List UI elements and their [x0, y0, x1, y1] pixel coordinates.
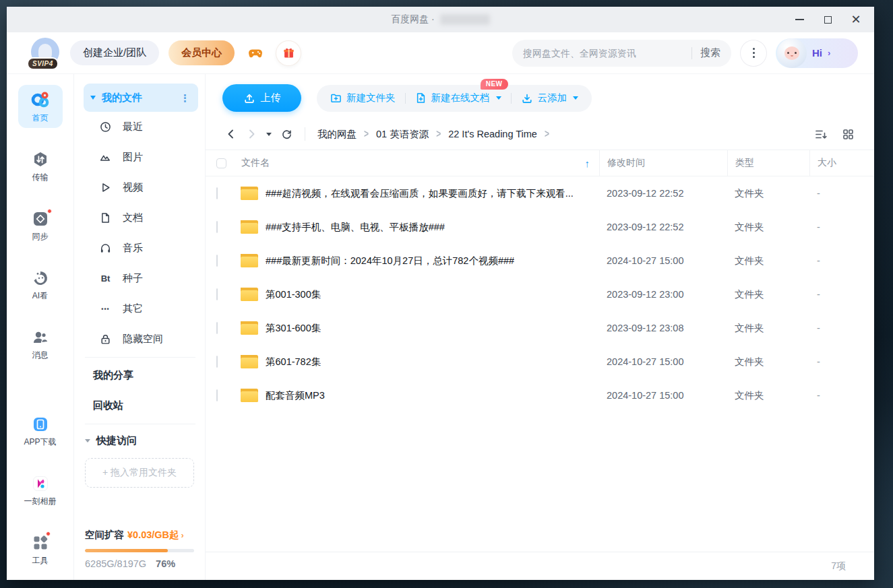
rail-item-messages[interactable]: 消息 — [18, 323, 63, 365]
breadcrumb-item-root[interactable]: 我的网盘 — [317, 128, 357, 141]
rail-item-home[interactable]: 首页 — [18, 85, 63, 128]
column-header-name[interactable]: 文件名 ↑ — [237, 150, 599, 176]
more-menu-icon[interactable] — [741, 40, 766, 66]
user-profile-button[interactable]: Hi › — [776, 38, 858, 68]
row-checkbox[interactable] — [216, 221, 218, 233]
grid-view-icon[interactable] — [842, 129, 854, 140]
lock-icon — [100, 333, 111, 345]
table-row[interactable]: 第001-300集 2023-09-12 23:00 文件夹 - — [206, 277, 874, 311]
sidebar-item-pictures[interactable]: 图片 — [84, 142, 198, 172]
new-folder-button[interactable]: 新建文件夹 — [321, 85, 405, 112]
column-header-type[interactable]: 类型 — [727, 150, 809, 176]
minimize-button[interactable] — [788, 10, 811, 29]
vip-center-button[interactable]: 会员中心 — [168, 40, 235, 65]
upload-button[interactable]: 上传 — [222, 84, 301, 112]
title-bar[interactable]: 百度网盘 · ✕ — [7, 7, 874, 32]
table-row[interactable]: 配套音频MP3 2024-10-27 15:00 文件夹 - — [206, 379, 874, 412]
folder-icon — [241, 187, 258, 200]
rail-item-tools[interactable]: 工具 — [18, 529, 63, 570]
rail-item-app-download[interactable]: APP下载 — [18, 410, 63, 452]
sidebar-item-videos[interactable]: 视频 — [84, 172, 198, 203]
sort-order-icon[interactable] — [815, 129, 828, 140]
my-files-more-icon[interactable]: ⋮ — [180, 93, 190, 103]
file-name[interactable]: 第001-300集 — [266, 288, 321, 301]
row-checkbox[interactable] — [216, 322, 218, 334]
sidebar-item-torrents[interactable]: Bt 种子 — [84, 263, 198, 294]
file-name[interactable]: 第601-782集 — [266, 356, 321, 368]
sidebar-item-documents[interactable]: 文档 — [84, 203, 198, 233]
blurred-username — [440, 14, 490, 25]
sidebar-item-recycle-bin[interactable]: 回收站 — [84, 391, 198, 421]
column-header-size[interactable]: 大小 — [809, 150, 854, 176]
item-count-label: 7项 — [831, 560, 846, 573]
pin-folder-dropzone[interactable]: + 拖入常用文件夹 — [85, 458, 194, 488]
create-team-button[interactable]: 创建企业/团队 — [70, 40, 159, 65]
clock-icon — [100, 121, 111, 133]
table-row[interactable]: ###最新更新时间：2024年10月27日，总计782个视频### 2024-1… — [206, 244, 874, 277]
select-all-checkbox[interactable] — [216, 158, 226, 168]
search-input[interactable] — [523, 48, 683, 59]
notification-dot — [47, 209, 52, 214]
file-size: - — [809, 323, 854, 333]
sidebar-item-hidden-space[interactable]: 隐藏空间 — [84, 324, 198, 354]
close-button[interactable]: ✕ — [844, 10, 867, 29]
sidebar-item-my-shares[interactable]: 我的分享 — [84, 360, 198, 391]
file-name[interactable]: 第301-600集 — [266, 322, 321, 335]
breadcrumb-item-2[interactable]: 22 It's Reading Time — [448, 129, 537, 139]
search-button[interactable]: 搜索 — [700, 46, 720, 59]
refresh-button[interactable] — [281, 129, 292, 140]
ai-view-icon — [32, 269, 49, 287]
account-logo[interactable]: SVIP4 — [30, 38, 61, 69]
row-checkbox[interactable] — [216, 255, 218, 267]
action-toolbar: 上传 新建文件夹 NEW 新建在线文档 — [206, 74, 874, 119]
row-checkbox[interactable] — [216, 356, 218, 368]
sidebar-item-recent[interactable]: 最近 — [84, 112, 198, 142]
sidebar-item-others[interactable]: ••• 其它 — [84, 294, 198, 324]
sidebar-section-quick-access[interactable]: 快捷访问 — [84, 427, 198, 454]
file-size: - — [809, 390, 854, 401]
folder-icon — [241, 389, 258, 402]
cloud-add-icon — [521, 92, 533, 104]
rail-item-photo-album[interactable]: 一刻相册 — [18, 469, 63, 511]
table-row[interactable]: 第601-782集 2024-10-27 15:00 文件夹 - — [206, 345, 874, 379]
file-name[interactable]: 配套音频MP3 — [266, 389, 325, 402]
greeting-label: Hi — [812, 47, 822, 59]
headphones-icon — [100, 242, 111, 254]
row-checkbox[interactable] — [216, 389, 218, 401]
file-type: 文件夹 — [727, 288, 809, 301]
row-checkbox[interactable] — [216, 187, 218, 199]
file-name[interactable]: ###最新更新时间：2024年10月27日，总计782个视频### — [266, 255, 514, 267]
storage-usage-label: 6285G/8197G — [85, 558, 146, 569]
history-dropdown-icon[interactable] — [266, 133, 272, 136]
rail-item-sync[interactable]: 同步 — [18, 205, 63, 247]
collapse-arrow-icon[interactable] — [85, 439, 90, 443]
game-icon[interactable] — [244, 42, 267, 65]
maximize-button[interactable] — [816, 10, 839, 29]
collapse-arrow-icon[interactable] — [90, 96, 96, 100]
cloud-add-button[interactable]: 云添加 — [512, 85, 588, 112]
sidebar-item-my-files[interactable]: 我的文件 ⋮ — [84, 84, 198, 112]
new-online-doc-button[interactable]: NEW 新建在线文档 — [406, 85, 511, 112]
breadcrumb-expand-icon[interactable]: > — [545, 128, 549, 140]
folder-icon — [241, 254, 258, 267]
column-header-time[interactable]: 修改时间 — [599, 150, 727, 176]
table-row[interactable]: 第301-600集 2023-09-12 23:08 文件夹 - — [206, 311, 874, 345]
folder-icon — [241, 220, 258, 234]
file-size: - — [809, 255, 854, 266]
divider — [85, 357, 195, 358]
back-button[interactable] — [226, 129, 237, 139]
storage-expand-link[interactable]: 空间扩容 ¥0.03/GB起 › — [85, 529, 194, 542]
file-name[interactable]: ###支持手机、电脑、电视、平板播放### — [266, 221, 445, 234]
rail-item-transfer[interactable]: 传输 — [18, 145, 63, 187]
row-checkbox[interactable] — [216, 288, 218, 300]
gift-icon[interactable] — [276, 41, 301, 65]
status-bar: 7项 — [206, 552, 874, 580]
sidebar-item-music[interactable]: 音乐 — [84, 233, 198, 263]
table-row[interactable]: ###超清视频，在线观看会压缩画质，如果要画质好，请下载下来观看... 2023… — [206, 176, 874, 210]
forward-button[interactable] — [246, 129, 257, 139]
sort-ascending-icon[interactable]: ↑ — [585, 158, 590, 169]
rail-item-ai-view[interactable]: AI看 — [18, 264, 63, 306]
table-row[interactable]: ###支持手机、电脑、电视、平板播放### 2023-09-12 22:52 文… — [206, 210, 874, 244]
file-name[interactable]: ###超清视频，在线观看会压缩画质，如果要画质好，请下载下来观看... — [266, 187, 574, 200]
breadcrumb-item-1[interactable]: 01 英语资源 — [376, 128, 429, 141]
